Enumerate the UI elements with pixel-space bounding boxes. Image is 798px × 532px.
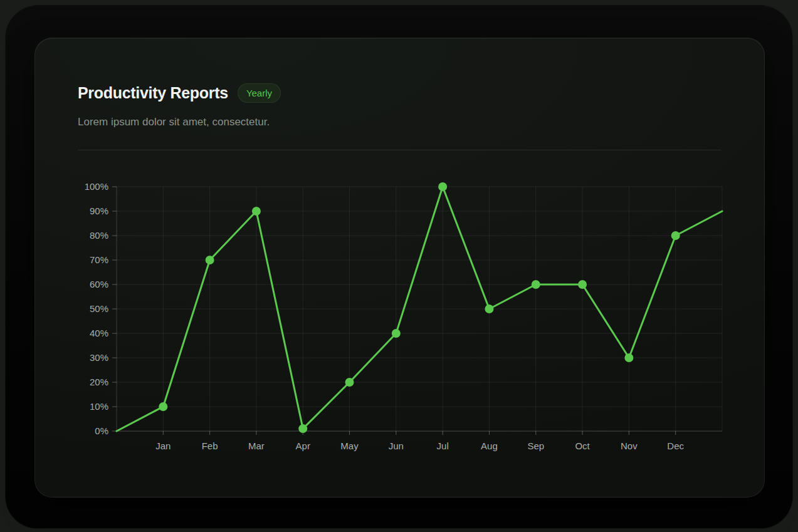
x-axis-label: Apr (296, 441, 310, 451)
x-axis-label: May (340, 441, 359, 451)
y-axis-label: 20% (90, 377, 108, 387)
period-badge[interactable]: Yearly (238, 83, 281, 103)
data-point-jan[interactable] (159, 402, 167, 411)
y-axis-label: 90% (90, 206, 108, 216)
y-axis-label: 70% (90, 254, 108, 265)
y-axis-label: 100% (85, 181, 108, 192)
data-point-dec[interactable] (671, 231, 680, 240)
x-axis-label: Jul (437, 441, 449, 451)
data-point-may[interactable] (345, 378, 354, 387)
x-axis-label: Dec (667, 441, 684, 451)
data-point-nov[interactable] (624, 353, 633, 362)
productivity-report-card: Productivity Reports Yearly Lorem ipsum … (34, 38, 765, 498)
data-point-mar[interactable] (252, 207, 261, 216)
y-axis-label: 40% (90, 328, 108, 338)
y-axis-label: 10% (90, 401, 108, 412)
productivity-line-chart: 0%10%20%30%40%50%60%70%80%90%100%JanFebM… (73, 176, 731, 458)
page-title: Productivity Reports (78, 83, 228, 103)
data-point-jul[interactable] (438, 182, 447, 191)
card-subtitle: Lorem ipsum dolor sit amet, consectetur. (78, 116, 270, 128)
data-point-oct[interactable] (578, 280, 587, 289)
x-axis-label: Mar (248, 441, 265, 451)
y-axis-label: 50% (90, 303, 108, 314)
x-axis-label: Nov (621, 441, 638, 451)
x-axis-label: Jan (155, 441, 171, 451)
x-axis-label: Aug (481, 441, 498, 451)
y-axis-label: 0% (95, 425, 108, 436)
data-point-apr[interactable] (298, 424, 307, 433)
data-point-jun[interactable] (392, 329, 401, 338)
data-point-sep[interactable] (532, 280, 540, 289)
header-divider (78, 150, 722, 150)
x-axis-label: Oct (575, 441, 590, 451)
card-header: Productivity Reports Yearly (78, 83, 281, 103)
x-axis-label: Feb (202, 441, 218, 451)
data-point-aug[interactable] (485, 305, 493, 313)
y-axis-label: 80% (90, 230, 108, 241)
data-point-feb[interactable] (206, 256, 214, 264)
y-axis-label: 30% (90, 352, 108, 363)
y-axis-label: 60% (90, 279, 108, 289)
x-axis-label: Sep (527, 441, 544, 451)
x-axis-label: Jun (389, 441, 404, 451)
